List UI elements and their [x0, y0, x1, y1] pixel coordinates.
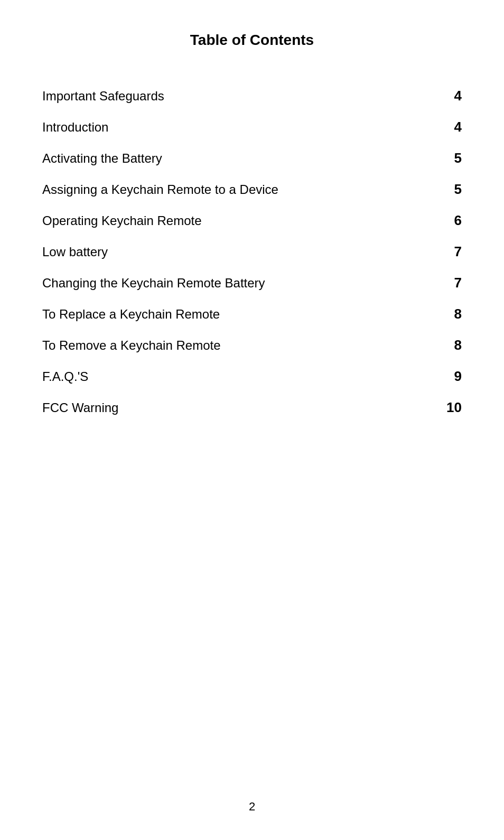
toc-row: Activating the Battery5	[42, 143, 462, 174]
toc-row: Changing the Keychain Remote Battery7	[42, 267, 462, 298]
page-number: 2	[0, 800, 504, 814]
toc-row: Operating Keychain Remote6	[42, 205, 462, 236]
toc-item-label: Assigning a Keychain Remote to a Device	[42, 174, 399, 205]
toc-row: To Replace a Keychain Remote8	[42, 298, 462, 330]
toc-item-label: Operating Keychain Remote	[42, 205, 399, 236]
toc-item-page: 4	[399, 80, 462, 111]
toc-item-label: Changing the Keychain Remote Battery	[42, 267, 399, 298]
page-container: Table of Contents Important Safeguards4I…	[0, 0, 504, 840]
toc-item-page: 8	[399, 330, 462, 361]
toc-item-page: 6	[399, 205, 462, 236]
toc-item-label: To Replace a Keychain Remote	[42, 298, 399, 330]
toc-row: Important Safeguards4	[42, 80, 462, 111]
toc-row: Introduction4	[42, 111, 462, 143]
toc-row: Low battery7	[42, 236, 462, 267]
toc-item-label: Activating the Battery	[42, 143, 399, 174]
toc-item-label: FCC Warning	[42, 392, 399, 423]
toc-item-label: Important Safeguards	[42, 80, 399, 111]
toc-item-label: Introduction	[42, 111, 399, 143]
toc-row: Assigning a Keychain Remote to a Device5	[42, 174, 462, 205]
toc-item-label: Low battery	[42, 236, 399, 267]
page-title: Table of Contents	[42, 32, 462, 49]
toc-item-page: 4	[399, 111, 462, 143]
toc-item-page: 7	[399, 236, 462, 267]
toc-row: F.A.Q.'S9	[42, 361, 462, 392]
toc-item-page: 8	[399, 298, 462, 330]
toc-item-label: To Remove a Keychain Remote	[42, 330, 399, 361]
toc-row: FCC Warning10	[42, 392, 462, 423]
toc-item-page: 10	[399, 392, 462, 423]
toc-item-page: 5	[399, 174, 462, 205]
toc-table: Important Safeguards4Introduction4Activa…	[42, 80, 462, 423]
toc-row: To Remove a Keychain Remote8	[42, 330, 462, 361]
toc-item-page: 9	[399, 361, 462, 392]
toc-item-page: 7	[399, 267, 462, 298]
toc-item-page: 5	[399, 143, 462, 174]
toc-item-label: F.A.Q.'S	[42, 361, 399, 392]
